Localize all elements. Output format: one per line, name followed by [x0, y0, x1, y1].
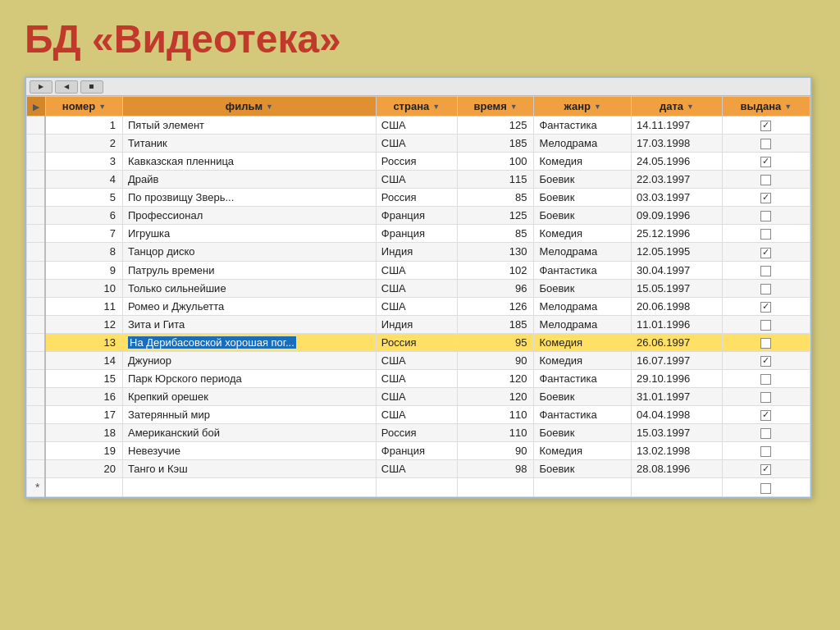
- table-row[interactable]: 5По прозвищу Зверь...Россия85Боевик03.03…: [27, 189, 810, 207]
- cell-genre: Мелодрама: [534, 297, 632, 315]
- cell-issued[interactable]: [722, 406, 810, 424]
- cell-id: 13: [45, 333, 122, 351]
- toolbar-btn-2[interactable]: ◀: [55, 80, 78, 94]
- checkbox-checked[interactable]: [760, 193, 771, 203]
- cell-film: Затерянный мир: [123, 406, 377, 424]
- table-row[interactable]: 20Танго и КэшСША98Боевик28.08.1996: [27, 460, 810, 478]
- table-row[interactable]: 13На Дерибасовской хорошая пог...Россия9…: [27, 333, 810, 351]
- table-row[interactable]: 19НевезучиеФранция90Комедия13.02.1998: [27, 442, 810, 460]
- table-row[interactable]: 2ТитаникСША185Мелодрама17.03.1998: [27, 135, 810, 153]
- new-row-checkbox[interactable]: [760, 483, 771, 494]
- cell-film: На Дерибасовской хорошая пог...: [123, 333, 377, 351]
- cell-issued[interactable]: [722, 135, 810, 153]
- cell-issued[interactable]: [722, 369, 810, 387]
- cell-issued[interactable]: [722, 460, 810, 478]
- cell-issued[interactable]: [722, 297, 810, 315]
- table-row[interactable]: 14ДжуниорСША90Комедия16.07.1997: [27, 351, 810, 369]
- checkbox-unchecked[interactable]: [760, 428, 771, 439]
- cell-time: 126: [457, 297, 534, 315]
- cell-id: 19: [45, 442, 122, 460]
- cell-country: США: [376, 351, 457, 369]
- checkbox-unchecked[interactable]: [760, 266, 771, 276]
- cell-id: 4: [45, 171, 122, 189]
- table-row[interactable]: 17Затерянный мирСША110Фантастика04.04.19…: [27, 406, 810, 424]
- cell-film: Игрушка: [123, 225, 377, 243]
- checkbox-unchecked[interactable]: [760, 320, 771, 331]
- table-row[interactable]: 4ДрайвСША115Боевик22.03.1997: [27, 171, 810, 189]
- table-row[interactable]: 18Американский бойРоссия110Боевик15.03.1…: [27, 424, 810, 442]
- toolbar-btn-3[interactable]: ⏹: [80, 80, 103, 94]
- checkbox-unchecked[interactable]: [760, 392, 771, 403]
- col-header-num[interactable]: номер ▼: [45, 97, 122, 116]
- cell-genre: Боевик: [534, 207, 632, 225]
- new-row-cell: [376, 478, 457, 497]
- cell-country: Индия: [376, 315, 457, 333]
- table-row[interactable]: 6ПрофессионалФранция125Боевик09.09.1996: [27, 207, 810, 225]
- checkbox-unchecked[interactable]: [760, 211, 771, 221]
- cell-issued[interactable]: [722, 171, 810, 189]
- cell-genre: Мелодрама: [534, 315, 632, 333]
- cell-country: Россия: [376, 153, 457, 171]
- new-row-cell: [123, 478, 377, 497]
- cell-time: 120: [457, 387, 534, 405]
- cell-time: 110: [457, 424, 534, 442]
- cell-issued[interactable]: [722, 424, 810, 442]
- row-indicator: [27, 333, 46, 351]
- toolbar-btn-1[interactable]: ▶: [30, 80, 52, 94]
- cell-film: Невезучие: [123, 442, 377, 460]
- cell-issued[interactable]: [722, 387, 810, 405]
- row-indicator: [27, 116, 46, 135]
- table-row[interactable]: 9Патруль времениСША102Фантастика30.04.19…: [27, 261, 810, 279]
- checkbox-unchecked[interactable]: [760, 374, 771, 385]
- checkbox-checked[interactable]: [760, 248, 771, 258]
- checkbox-unchecked[interactable]: [760, 139, 771, 149]
- table-row[interactable]: 7ИгрушкаФранция85Комедия25.12.1996: [27, 225, 810, 243]
- table-row[interactable]: 3Кавказская пленницаРоссия100Комедия24.0…: [27, 153, 810, 171]
- cell-time: 96: [457, 279, 534, 297]
- cell-issued[interactable]: [722, 243, 810, 261]
- col-header-film[interactable]: фильм ▼: [123, 97, 377, 116]
- table-row[interactable]: 11Ромео и ДжульеттаСША126Мелодрама20.06.…: [27, 297, 810, 315]
- table-row[interactable]: 12Зита и ГитаИндия185Мелодрама11.01.1996: [27, 315, 810, 333]
- col-header-country[interactable]: страна ▼: [376, 97, 457, 116]
- cell-issued[interactable]: [722, 333, 810, 351]
- table-row[interactable]: 1Пятый элементСША125Фантастика14.11.1997: [27, 116, 810, 135]
- checkbox-unchecked[interactable]: [760, 446, 771, 457]
- cell-issued[interactable]: [722, 207, 810, 225]
- checkbox-unchecked[interactable]: [760, 175, 771, 185]
- cell-id: 7: [45, 225, 122, 243]
- cell-date: 30.04.1997: [632, 261, 723, 279]
- col-header-time[interactable]: время ▼: [457, 97, 534, 116]
- cell-date: 20.06.1998: [632, 297, 723, 315]
- cell-issued[interactable]: [722, 261, 810, 279]
- cell-id: 14: [45, 351, 122, 369]
- checkbox-unchecked[interactable]: [760, 338, 771, 349]
- cell-country: США: [376, 116, 457, 135]
- checkbox-checked[interactable]: [760, 121, 771, 131]
- checkbox-checked[interactable]: [760, 302, 771, 313]
- col-header-genre[interactable]: жанр ▼: [534, 97, 632, 116]
- table-row[interactable]: 8Танцор дискоИндия130Мелодрама12.05.1995: [27, 243, 810, 261]
- checkbox-checked[interactable]: [760, 356, 771, 367]
- cell-issued[interactable]: [722, 153, 810, 171]
- cell-issued[interactable]: [722, 116, 810, 135]
- cell-genre: Боевик: [534, 387, 632, 405]
- cell-issued[interactable]: [722, 315, 810, 333]
- cell-issued[interactable]: [722, 225, 810, 243]
- table-row[interactable]: 10Только сильнейшиеСША96Боевик15.05.1997: [27, 279, 810, 297]
- checkbox-checked[interactable]: [760, 464, 771, 475]
- col-header-issued[interactable]: выдана ▼: [722, 97, 810, 116]
- checkbox-checked[interactable]: [760, 157, 771, 167]
- table-row[interactable]: 16Крепкий орешекСША120Боевик31.01.1997: [27, 387, 810, 405]
- cell-issued[interactable]: [722, 279, 810, 297]
- cell-film: Драйв: [123, 171, 377, 189]
- checkbox-checked[interactable]: [760, 410, 771, 421]
- checkbox-unchecked[interactable]: [760, 229, 771, 240]
- cell-issued[interactable]: [722, 351, 810, 369]
- checkbox-unchecked[interactable]: [760, 284, 771, 294]
- cell-issued[interactable]: [722, 442, 810, 460]
- cell-issued[interactable]: [722, 189, 810, 207]
- col-header-date[interactable]: дата ▼: [632, 97, 723, 116]
- cell-genre: Боевик: [534, 424, 632, 442]
- table-row[interactable]: 15Парк Юрского периодаСША120Фантастика29…: [27, 369, 810, 387]
